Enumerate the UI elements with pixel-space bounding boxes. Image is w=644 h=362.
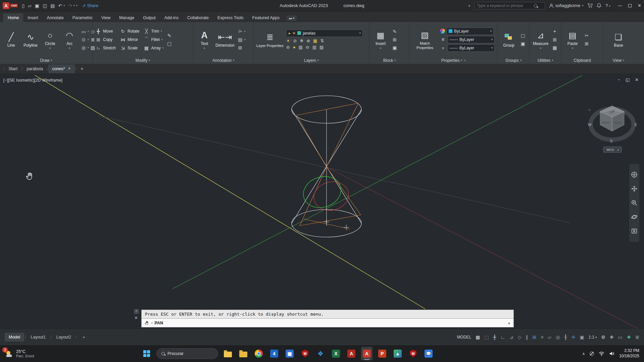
taskbar-search[interactable]: Procurar	[156, 348, 218, 359]
acrobat-icon[interactable]: A	[346, 347, 357, 360]
wifi-icon[interactable]	[599, 351, 604, 356]
chat-app-icon[interactable]: 💬	[423, 347, 434, 360]
layer-prev-icon[interactable]: ⇅	[320, 38, 324, 43]
notification-bell-icon[interactable]	[597, 3, 601, 8]
qat-customize-icon[interactable]: ▾	[76, 4, 78, 7]
selection-cycling-icon[interactable]: ◎	[556, 334, 560, 340]
tab-insert[interactable]: Insert	[23, 13, 42, 22]
object-snap-icon[interactable]: ⊞	[532, 334, 536, 340]
autocad-taskbar-icon[interactable]: A	[361, 347, 373, 360]
command-close-icon[interactable]: ✕	[134, 315, 138, 320]
layer-properties-button[interactable]: ≣ Layer Properties	[256, 31, 284, 48]
redo-dropdown-icon[interactable]: ▾	[73, 4, 75, 7]
mcafee-icon[interactable]: M	[299, 347, 311, 360]
panel-label-block[interactable]: Block▾	[369, 57, 409, 64]
viewcube-front-face[interactable]: FRONT	[602, 121, 610, 124]
properties-dialog-launcher-icon[interactable]: ⇘	[464, 59, 466, 62]
model-space-indicator[interactable]: MODEL	[457, 335, 472, 340]
text-button[interactable]: A Text ▾	[196, 29, 213, 50]
array-button[interactable]: ▦Array▾	[143, 45, 163, 51]
viewport-restore-icon[interactable]: ◱	[626, 77, 630, 82]
leader-icon[interactable]: ⌲	[237, 29, 243, 34]
file-tab-cones[interactable]: cones* ✕	[48, 64, 75, 73]
command-line-window[interactable]: ⠿ ✕ Press ESC or ENTER to exit, or right…	[141, 310, 514, 327]
arc-dropdown-icon[interactable]: ▾	[69, 47, 70, 50]
panel-label-groups[interactable]: Groups▾	[498, 57, 529, 64]
blue-app-icon[interactable]: ▦	[284, 347, 295, 360]
annotation-monitor-icon[interactable]: ✚	[610, 334, 614, 340]
insert-button[interactable]: ▦ Insert ▾	[372, 29, 389, 50]
dynamic-ucs-icon[interactable]: ╂	[564, 334, 567, 340]
viewcube-west[interactable]: W	[588, 123, 592, 127]
layer-state-icon[interactable]: ▨	[319, 45, 324, 50]
model-space-viewport[interactable]: W S E ⌂ TOP FRONT RIGHT WCS ▾ [−][SE Iso…	[0, 74, 644, 329]
circle-center-icon[interactable]: ⊙	[81, 37, 87, 42]
trim-dropdown-icon[interactable]: ▾	[161, 30, 162, 33]
polyline-button[interactable]: ∿ Polyline	[22, 31, 39, 48]
block-attributes-icon[interactable]: ▣	[392, 45, 398, 50]
measure-dropdown-icon[interactable]: ▾	[540, 47, 541, 50]
tab-express-tools[interactable]: Express Tools	[213, 13, 248, 22]
group-edit-icon[interactable]: ▣	[520, 41, 526, 46]
view-name-control[interactable]: [SE Isometric]	[8, 78, 34, 83]
mcafee-webadvisor-icon[interactable]: M	[407, 347, 419, 360]
dimension-button[interactable]: ⇤⇥ Dimension	[215, 31, 235, 48]
ribbon-display-toggle[interactable]: ▬ ▾	[287, 15, 297, 21]
viewcube-south[interactable]: S	[610, 139, 612, 143]
layer-isolate-icon[interactable]: ⊘	[293, 38, 297, 43]
erase-icon[interactable]: ✎	[166, 33, 172, 38]
dropbox-icon[interactable]: ❖	[315, 347, 326, 360]
tab-add-ins[interactable]: Add-ins	[160, 13, 183, 22]
copy-clip-icon[interactable]: ⊞	[584, 41, 590, 46]
full-navigation-wheel-icon[interactable]	[631, 171, 638, 178]
id-point-icon[interactable]: ▦	[552, 45, 558, 50]
grid-toggle-icon[interactable]: ▦	[476, 334, 480, 340]
start-button[interactable]	[141, 347, 152, 360]
tab-home[interactable]: Home	[3, 13, 23, 22]
color-wheel-icon[interactable]	[440, 29, 445, 34]
arc-button[interactable]: ◠ Arc ▾	[61, 29, 78, 50]
command-input-row[interactable]: ▾ PAN ▲	[141, 319, 514, 327]
measure-button[interactable]: ⊿ Measure ▾	[532, 29, 549, 50]
ortho-toggle-icon[interactable]: ∟	[500, 334, 505, 340]
polar-tracking-icon[interactable]: ⊿	[509, 334, 513, 340]
tab-view[interactable]: View	[97, 13, 115, 22]
layer-thaw-icon[interactable]: ▧	[298, 45, 302, 50]
panel-label-utilities[interactable]: Utilities▾	[530, 57, 561, 64]
customize-status-icon[interactable]: ≣	[635, 334, 639, 340]
group-button[interactable]: Group	[500, 31, 517, 48]
new-drawing-tab-button[interactable]: ＋	[76, 65, 88, 72]
layer-on2-icon[interactable]: ●	[293, 45, 296, 50]
viewcube-east[interactable]: E	[635, 123, 637, 127]
paste-dropdown-icon[interactable]: ▾	[572, 47, 573, 50]
donut-icon[interactable]: ◎	[81, 45, 87, 50]
share-button[interactable]: ⇗ Share	[82, 3, 98, 8]
weather-widget[interactable]: 3 25°C Parc. Ensol	[5, 349, 34, 358]
snap-toggle-icon[interactable]: ⬚	[485, 334, 489, 340]
pan-tool-icon[interactable]	[631, 185, 638, 192]
autoscale-icon[interactable]: ▣	[580, 334, 584, 340]
layer-freeze-icon[interactable]: ❄	[300, 38, 303, 43]
base-button[interactable]: ❏ Base	[610, 31, 627, 48]
visual-style-control[interactable]: [2D Wireframe]	[34, 78, 62, 83]
table-icon[interactable]: ▤	[237, 37, 243, 42]
redo-icon[interactable]: ↷	[68, 3, 72, 8]
graphics-performance-icon[interactable]: ❖	[627, 334, 631, 340]
hidden-icons-chevron[interactable]: ∧	[582, 352, 585, 356]
panel-label-view[interactable]: View▾	[603, 57, 634, 64]
file-tab-parabola[interactable]: parábola	[22, 64, 47, 73]
rotate-button[interactable]: ↻Rotate	[120, 29, 139, 34]
text-dropdown-icon[interactable]: ▾	[204, 47, 205, 50]
layer-walk-icon[interactable]: ▥	[312, 45, 316, 50]
circle-dropdown-icon[interactable]: ▾	[49, 47, 51, 50]
open-file-icon[interactable]: ▱	[28, 3, 32, 8]
mirror-button[interactable]: ⋈Mirror	[120, 37, 139, 42]
plot-icon[interactable]: ▤	[50, 3, 55, 8]
autocad-logo-icon[interactable]: A	[3, 2, 9, 9]
new-file-icon[interactable]: ▯	[22, 3, 24, 8]
command-options-icon[interactable]: ▾	[151, 322, 153, 324]
donut-dropdown-icon[interactable]: ▾	[88, 46, 89, 49]
new-layout-button[interactable]: ＋	[78, 332, 90, 342]
app-badge-4-icon[interactable]: 4	[268, 347, 280, 360]
show-motion-icon[interactable]	[631, 228, 638, 234]
